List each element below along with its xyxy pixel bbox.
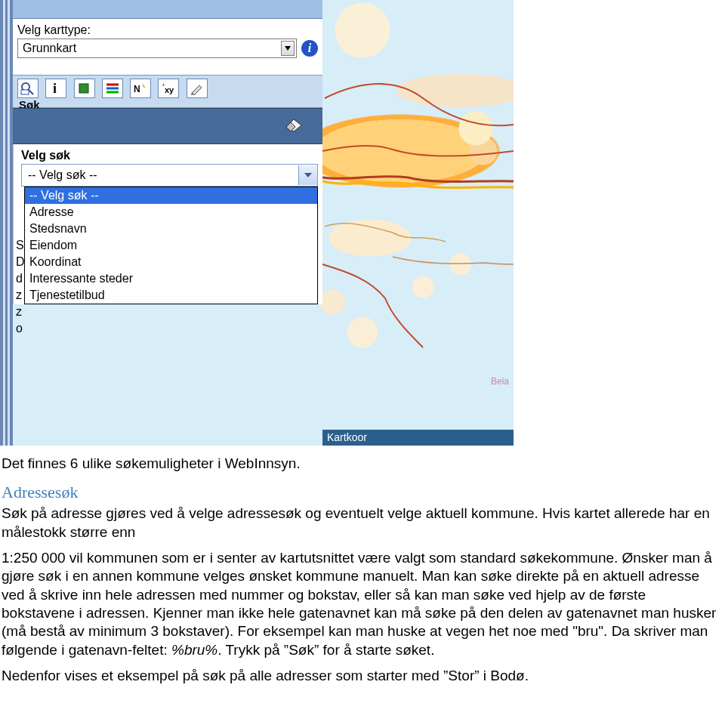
svg-rect-4: [79, 84, 88, 93]
search-type-select-value: -- Velg søk --: [28, 168, 97, 182]
search-type-select[interactable]: -- Velg søk --: [21, 164, 318, 187]
webinnsyn-screenshot: Beia Kartkoor Velg karttype: Grunnkart: [0, 0, 514, 446]
clipped-char: d: [16, 270, 25, 287]
pencil-icon[interactable]: [187, 79, 208, 98]
dropdown-option[interactable]: Interessante steder: [25, 270, 317, 287]
clipped-char: S: [16, 237, 25, 254]
svg-text:i: i: [53, 81, 57, 96]
svg-rect-2: [21, 90, 29, 94]
maptype-select[interactable]: Grunnkart: [17, 39, 297, 58]
search-zoom-icon[interactable]: [17, 79, 39, 98]
dropdown-option[interactable]: Eiendom: [25, 237, 317, 254]
dropdown-option[interactable]: -- Velg søk --: [25, 187, 317, 204]
svg-line-1: [29, 90, 33, 94]
clipped-text-column: S D d z z o: [16, 237, 25, 337]
heading-adressesok: Adressesøk: [2, 482, 717, 503]
maptype-label: Velg karttype:: [17, 23, 318, 37]
eraser-icon[interactable]: [283, 118, 303, 133]
chevron-down-icon: [298, 165, 317, 185]
maptype-section: Velg karttype: Grunnkart: [13, 19, 322, 75]
xy-icon[interactable]: +xy: [158, 79, 179, 98]
paragraph: Søk på adresse gjøres ved å velge adress…: [2, 504, 717, 541]
search-type-dropdown: -- Velg søk -- Adresse Stedsnavn Eiendom…: [24, 187, 318, 304]
toolbar-dark-strip: [13, 108, 322, 144]
text-italic: %bru%: [171, 642, 218, 658]
text: . Trykk på ”Søk” for å starte søket.: [218, 642, 434, 658]
document-body: Det finnes 6 ulike søkemuligheter i WebI…: [0, 455, 725, 708]
clipped-char: z: [16, 304, 25, 320]
info-icon[interactable]: i: [45, 79, 66, 98]
paragraph: Nedenfor vises et eksempel på søk på all…: [2, 667, 717, 685]
velg-sok-label: Velg søk: [17, 147, 322, 164]
svg-text:xy: xy: [165, 85, 174, 94]
maptype-select-value: Grunnkart: [23, 42, 76, 55]
map-label: Beia: [491, 376, 509, 387]
map-bottom-bar: Kartkoor: [322, 430, 514, 446]
paragraph: 1:250 000 vil kommunen som er i senter a…: [2, 549, 717, 659]
paragraph: Det finnes 6 ulike søkemuligheter i WebI…: [2, 455, 717, 473]
left-panel: Velg karttype: Grunnkart i: [13, 0, 322, 304]
dropdown-option[interactable]: Adresse: [25, 204, 317, 221]
clipped-char: z: [16, 287, 25, 304]
svg-text:N: N: [134, 84, 140, 94]
legend-square-icon[interactable]: [74, 79, 95, 98]
panel-header-strip: [13, 0, 322, 19]
dropdown-option[interactable]: Stedsnavn: [25, 221, 317, 237]
dropdown-option[interactable]: Tjenestetilbud: [25, 287, 317, 304]
toolbar: i N +xy Søk: [13, 75, 322, 108]
info-icon[interactable]: [301, 40, 318, 57]
clipped-char: o: [16, 320, 25, 337]
north-icon[interactable]: N: [130, 79, 151, 98]
chevron-down-icon: [281, 41, 295, 56]
legend-lines-icon[interactable]: [102, 79, 123, 98]
search-section: Velg søk -- Velg søk -- -- Velg søk -- A…: [13, 144, 322, 304]
dropdown-option[interactable]: Koordinat: [25, 254, 317, 270]
clipped-char: D: [16, 254, 25, 270]
